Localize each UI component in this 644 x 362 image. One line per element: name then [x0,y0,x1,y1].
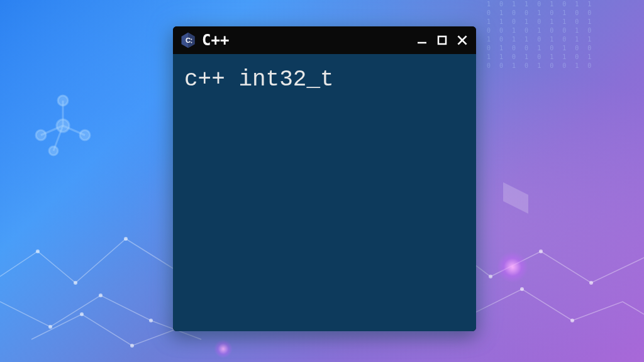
svg-point-18 [589,281,593,285]
window-title: C++ [202,31,414,49]
terminal-window: C + + C++ [173,26,476,331]
svg-point-20 [570,319,574,322]
code-content: c++ int32_t [184,67,465,92]
svg-point-19 [520,287,524,291]
svg-text:+: + [191,40,192,44]
svg-point-15 [149,319,153,322]
cpp-logo-icon: C + + [179,31,197,49]
maximize-button[interactable] [435,33,450,48]
svg-point-9 [36,250,40,253]
titlebar[interactable]: C + + C++ [173,26,476,54]
close-button[interactable] [455,33,470,48]
svg-point-16 [489,275,492,278]
window-controls [414,33,470,48]
terminal-body[interactable]: c++ int32_t [173,54,476,331]
svg-point-21 [80,312,84,316]
svg-point-14 [99,293,103,297]
svg-point-10 [74,281,77,285]
svg-marker-23 [503,182,528,214]
svg-point-11 [124,237,128,241]
decorative-glow-1 [497,251,528,283]
svg-rect-30 [438,36,446,44]
svg-point-13 [48,325,52,329]
svg-point-22 [130,344,134,348]
svg-point-17 [539,250,543,253]
decorative-glow-2 [214,339,233,358]
minimize-button[interactable] [414,33,430,48]
